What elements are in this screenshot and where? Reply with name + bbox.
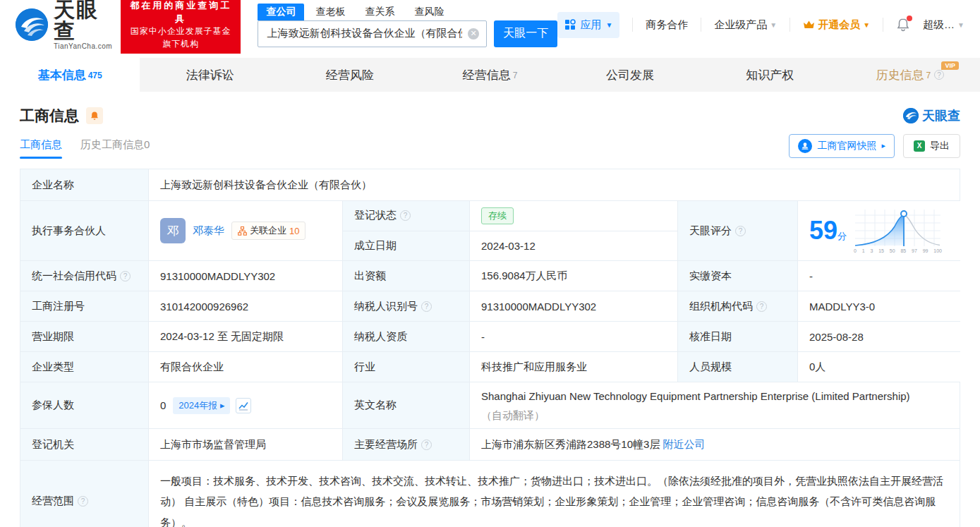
help-icon[interactable]: ? xyxy=(756,301,767,312)
related-companies-badge[interactable]: 关联企业 10 xyxy=(231,222,306,240)
staff-size-value: 0人 xyxy=(798,352,961,382)
subtab-history-business-info[interactable]: 历史工商信息0 xyxy=(80,138,150,159)
registration-status-label: 登记状态 ? xyxy=(343,201,470,231)
insured-count-value: 0 2024年报 ▸ xyxy=(149,382,343,428)
divider xyxy=(701,18,701,32)
table-row: 登记状态 ? 存续 xyxy=(343,201,677,231)
partner-name-link[interactable]: 邓泰华 xyxy=(193,224,224,238)
partner-avatar[interactable]: 邓 xyxy=(160,218,186,243)
nearby-companies-link[interactable]: 附近公司 xyxy=(663,438,706,452)
chevron-down-icon: ▼ xyxy=(770,21,777,29)
org-code-label: 组织机构代码 ? xyxy=(678,291,798,321)
table-row: 登记机关 上海市市场监督管理局 主要经营场所 ? 上海市浦东新区秀浦路2388号… xyxy=(20,429,960,461)
score-label: 天眼评分 ? xyxy=(678,201,798,260)
table-row: 工商注册号 310142000926962 纳税人识别号 ? 91310000M… xyxy=(20,291,960,322)
english-name-value: Shanghai Zhiyuan New Technology Equipmen… xyxy=(470,382,960,428)
menu-item-cooperation[interactable]: 商务合作 xyxy=(646,18,688,32)
chevron-right-icon: ▸ xyxy=(881,141,885,150)
tianyancha-logo-icon xyxy=(16,8,48,41)
stamp-icon xyxy=(798,139,812,153)
score-value: 59分 xyxy=(798,201,961,260)
search-button[interactable]: 天眼一下 xyxy=(494,20,557,47)
crown-icon xyxy=(803,20,815,30)
table-row: 参保人数 0 2024年报 ▸ 英文名称 Shanghai Zhiyuan Ne… xyxy=(20,382,960,429)
monitor-bell-button[interactable] xyxy=(86,107,103,124)
table-row: 执行事务合伙人 邓 邓泰华 关联企业 10 登记状态 ? xyxy=(20,201,960,261)
search-tab-relation[interactable]: 查关系 xyxy=(356,4,403,20)
search-tab-risk[interactable]: 查风险 xyxy=(406,4,452,20)
help-icon[interactable]: ? xyxy=(78,496,88,507)
notifications-bell[interactable] xyxy=(896,18,910,32)
export-button[interactable]: X 导出 xyxy=(903,134,960,158)
paid-capital-value: - xyxy=(798,261,961,291)
top-header: 天眼查 TianYanCha.com 都在用的商业查询工具 国家中小企业发展子基… xyxy=(0,0,980,49)
help-icon[interactable]: ? xyxy=(735,226,746,236)
established-date-label: 成立日期 xyxy=(343,231,470,261)
business-scope-value: 一般项目：技术服务、技术开发、技术咨询、技术交流、技术转让、技术推广；货物进出口… xyxy=(149,461,960,527)
tab-history-info[interactable]: VIP 历史信息 7 ? xyxy=(840,58,980,92)
search-area: 查公司 查老板 查关系 查风险 ✕ 天眼一下 xyxy=(258,3,557,47)
tab-basic-info[interactable]: 基本信息 475 xyxy=(0,58,140,92)
tab-company-development[interactable]: 公司发展 xyxy=(560,58,700,92)
help-icon[interactable]: ? xyxy=(120,271,131,281)
subtab-business-info[interactable]: 工商信息 xyxy=(20,138,62,159)
partner-label: 执行事务合伙人 xyxy=(20,201,149,260)
approval-date-label: 核准日期 xyxy=(678,322,798,351)
user-account-menu[interactable]: 超级… ▼ xyxy=(923,18,964,32)
english-name-label: 英文名称 xyxy=(343,382,470,428)
divider xyxy=(883,18,883,32)
established-date-value: 2024-03-12 xyxy=(470,231,677,261)
tab-business-info[interactable]: 经营信息 7 xyxy=(420,58,559,92)
company-type-value: 有限合伙企业 xyxy=(149,352,343,382)
company-name-label: 企业名称 xyxy=(20,169,149,200)
search-input[interactable] xyxy=(258,21,486,47)
tianyancha-logo[interactable]: 天眼查 TianYanCha.com xyxy=(16,0,112,50)
business-scope-label: 经营范围 ? xyxy=(20,461,149,527)
menu-item-vip[interactable]: 开通会员 ▼ xyxy=(803,18,870,32)
capital-label: 出资额 xyxy=(343,261,470,291)
score-distribution-chart: 0131550859799100 xyxy=(854,208,942,253)
logo-domain-text: TianYanCha.com xyxy=(54,43,112,50)
apps-menu-label: 应用 xyxy=(580,18,601,32)
help-icon[interactable]: ? xyxy=(934,70,944,80)
registration-number-label: 工商注册号 xyxy=(20,291,149,321)
address-value: 上海市浦东新区秀浦路2388号10幢3层 附近公司 xyxy=(470,429,960,460)
trend-chart-icon[interactable] xyxy=(236,398,251,413)
tianyancha-watermark: 天眼查 xyxy=(903,107,960,124)
section-title: 工商信息 xyxy=(20,106,79,126)
staff-size-label: 人员规模 xyxy=(678,352,798,382)
help-icon[interactable]: ? xyxy=(421,440,432,450)
annual-report-badge[interactable]: 2024年报 ▸ xyxy=(173,397,230,414)
business-info-table: 企业名称 上海致远新创科技设备合伙企业（有限合伙） 执行事务合伙人 邓 邓泰华 … xyxy=(20,169,960,527)
table-row: 营业期限 2024-03-12 至 无固定期限 纳税人资质 - 核准日期 202… xyxy=(20,322,960,352)
table-row: 企业名称 上海致远新创科技设备合伙企业（有限合伙） xyxy=(20,169,960,201)
help-icon[interactable]: ? xyxy=(400,210,411,221)
business-term-value: 2024-03-12 至 无固定期限 xyxy=(149,322,343,351)
tab-operating-risk[interactable]: 经营风险 xyxy=(280,58,420,92)
clear-search-icon[interactable]: ✕ xyxy=(468,28,479,40)
address-label: 主要经营场所 ? xyxy=(343,429,470,460)
credit-code-label: 统一社会信用代码 ? xyxy=(20,261,149,291)
search-tab-boss[interactable]: 查老板 xyxy=(307,4,353,20)
taxpayer-id-label: 纳税人识别号 ? xyxy=(343,291,470,321)
tab-legal-litigation[interactable]: 法律诉讼 xyxy=(140,58,279,92)
table-row: 成立日期 2024-03-12 xyxy=(343,231,677,261)
apps-menu[interactable]: 应用 ▼ xyxy=(557,12,619,38)
official-snapshot-button[interactable]: 工商官网快照 ▸ xyxy=(789,134,895,158)
divider xyxy=(632,18,633,32)
help-icon[interactable]: ? xyxy=(421,301,432,312)
search-tab-company[interactable]: 查公司 xyxy=(258,4,304,20)
menu-item-enterprise[interactable]: 企业级产品 ▼ xyxy=(714,18,777,32)
promo-banner-line2: 国家中小企业发展子基金旗下机构 xyxy=(128,25,234,50)
approval-date-value: 2025-08-28 xyxy=(798,322,961,351)
table-row: 企业类型 有限合伙企业 行业 科技推广和应用服务业 人员规模 0人 xyxy=(20,352,960,382)
notification-dot xyxy=(907,16,912,21)
divider xyxy=(790,18,790,32)
tab-intellectual-property[interactable]: 知识产权 xyxy=(700,58,840,92)
credit-code-value: 91310000MADDLYY302 xyxy=(149,261,343,291)
status-badge: 存续 xyxy=(481,207,514,224)
industry-label: 行业 xyxy=(343,352,470,382)
org-code-value: MADDLYY3-0 xyxy=(798,291,961,321)
registry-authority-label: 登记机关 xyxy=(20,429,149,460)
taxpayer-id-value: 91310000MADDLYY302 xyxy=(470,291,678,321)
